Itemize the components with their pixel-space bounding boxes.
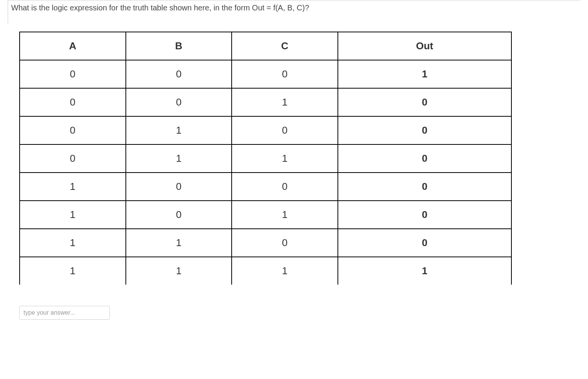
table-row: 1 1 1 1 bbox=[20, 257, 511, 285]
cell-b: 0 bbox=[126, 201, 232, 229]
cell-b: 1 bbox=[126, 144, 232, 173]
table-row: 1 0 1 0 bbox=[20, 201, 511, 229]
cell-a: 1 bbox=[20, 257, 126, 285]
cell-a: 0 bbox=[20, 88, 126, 116]
table-row: 0 1 0 0 bbox=[20, 116, 511, 144]
answer-input[interactable] bbox=[19, 306, 110, 320]
cell-c: 0 bbox=[232, 229, 338, 257]
cell-b: 1 bbox=[126, 229, 232, 257]
cell-a: 1 bbox=[20, 229, 126, 257]
cell-out: 1 bbox=[338, 257, 511, 285]
table-row: 0 0 0 1 bbox=[20, 60, 511, 88]
cell-out: 0 bbox=[338, 144, 511, 173]
cell-c: 0 bbox=[232, 173, 338, 201]
cell-out: 0 bbox=[338, 201, 511, 229]
cell-out: 0 bbox=[338, 229, 511, 257]
cell-c: 0 bbox=[232, 60, 338, 88]
table-row: 1 0 0 0 bbox=[20, 173, 511, 201]
cell-a: 0 bbox=[20, 144, 126, 173]
table-row: 0 1 1 0 bbox=[20, 144, 511, 173]
header-b: B bbox=[126, 32, 232, 60]
table-header-row: A B C Out bbox=[20, 32, 511, 60]
truth-table: A B C Out 0 0 0 1 0 0 1 0 bbox=[19, 32, 512, 285]
cell-out: 0 bbox=[338, 173, 511, 201]
cell-a: 0 bbox=[20, 116, 126, 144]
cell-a: 0 bbox=[20, 60, 126, 88]
cell-b: 1 bbox=[126, 116, 232, 144]
cell-b: 0 bbox=[126, 60, 232, 88]
table-row: 1 1 0 0 bbox=[20, 229, 511, 257]
cell-c: 1 bbox=[232, 201, 338, 229]
cell-c: 0 bbox=[232, 116, 338, 144]
cell-c: 1 bbox=[232, 257, 338, 285]
cell-out: 0 bbox=[338, 88, 511, 116]
cell-b: 0 bbox=[126, 88, 232, 116]
header-a: A bbox=[20, 32, 126, 60]
question-text: What is the logic expression for the tru… bbox=[8, 0, 580, 24]
header-c: C bbox=[232, 32, 338, 60]
header-out: Out bbox=[338, 32, 511, 60]
cell-a: 1 bbox=[20, 201, 126, 229]
cell-a: 1 bbox=[20, 173, 126, 201]
cell-out: 0 bbox=[338, 116, 511, 144]
cell-c: 1 bbox=[232, 88, 338, 116]
cell-out: 1 bbox=[338, 60, 511, 88]
cell-b: 1 bbox=[126, 257, 232, 285]
cell-c: 1 bbox=[232, 144, 338, 173]
table-row: 0 0 1 0 bbox=[20, 88, 511, 116]
cell-b: 0 bbox=[126, 173, 232, 201]
